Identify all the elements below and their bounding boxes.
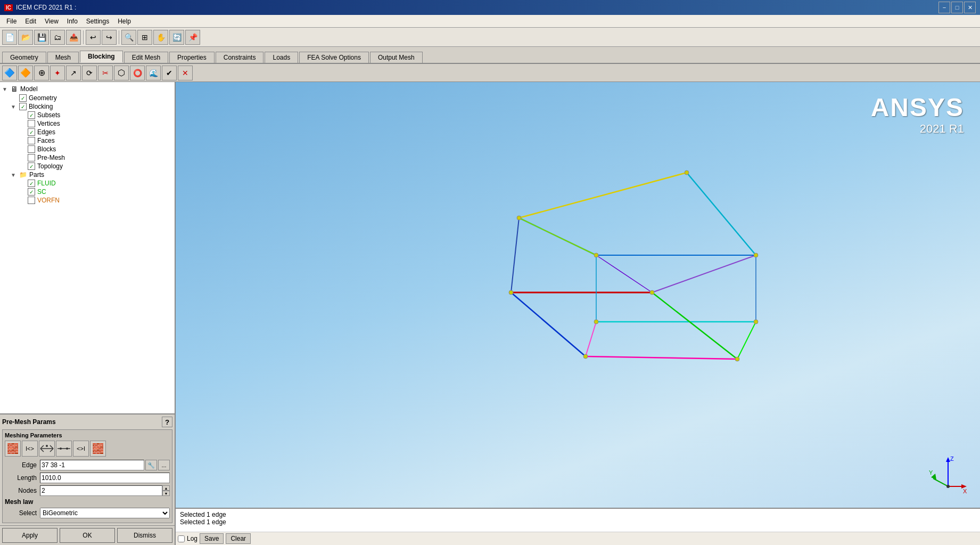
tree-item-edges: ✓ Edges	[2, 128, 172, 136]
tree-check-blocking[interactable]: ✓	[19, 103, 27, 110]
edge-more-btn[interactable]: ...	[158, 460, 170, 470]
param-icon-4[interactable]	[56, 441, 72, 457]
tab-mesh[interactable]: Mesh	[47, 52, 79, 63]
toolbar-new[interactable]: 📄	[2, 30, 17, 45]
svg-line-9	[519, 173, 687, 218]
close-button[interactable]: ✕	[964, 2, 976, 13]
log-controls: Log Save Clear	[176, 532, 980, 545]
mode-btn-12[interactable]: ✕	[178, 66, 193, 80]
toolbar-undo[interactable]: ↩	[86, 30, 101, 45]
nodes-label: Nodes	[5, 487, 37, 494]
tree-check-faces[interactable]: ✓	[28, 137, 35, 144]
tree-item-geometry: ✓ Geometry	[2, 94, 172, 102]
menu-settings[interactable]: Settings	[82, 17, 113, 26]
toolbar-rotate[interactable]: 🔄	[169, 30, 184, 45]
viewport[interactable]: ANSYS 2021 R1	[176, 82, 980, 545]
tree-check-edges[interactable]: ✓	[28, 128, 35, 136]
toolbar-open[interactable]: 📂	[18, 30, 33, 45]
tree-check-subsets[interactable]: ✓	[28, 111, 35, 119]
svg-point-8	[66, 448, 68, 450]
tab-loads[interactable]: Loads	[265, 52, 298, 63]
toolbar-fit[interactable]: ⊞	[137, 30, 152, 45]
toolbar-snap[interactable]: 📌	[185, 30, 200, 45]
tree-expand-blocking[interactable]: ▼	[11, 104, 17, 110]
mode-btn-4[interactable]: ✦	[50, 66, 65, 80]
edge-pick-btn[interactable]: 🔧	[145, 460, 157, 470]
clear-log-button[interactable]: Clear	[226, 533, 251, 544]
tab-fea[interactable]: FEA Solve Options	[299, 52, 369, 63]
maximize-button[interactable]: □	[951, 2, 963, 13]
mode-btn-5[interactable]: ↗	[66, 66, 81, 80]
mode-btn-7[interactable]: ✂	[98, 66, 113, 80]
param-icon-3[interactable]	[39, 441, 55, 457]
premesh-title-label: Pre-Mesh Params	[2, 418, 56, 426]
tree-expand-parts[interactable]: ▼	[11, 172, 17, 178]
mode-btn-1[interactable]: 🔷	[2, 66, 17, 80]
mode-btn-2[interactable]: 🔶	[18, 66, 33, 80]
nodes-up[interactable]: ▲	[162, 485, 170, 491]
save-log-button[interactable]: Save	[200, 533, 224, 544]
tree-check-fluid[interactable]: ✓	[28, 180, 35, 187]
tab-outputmesh[interactable]: Output Mesh	[370, 52, 423, 63]
toolbar-pan[interactable]: ✋	[153, 30, 168, 45]
tree-item-subsets: ✓ Subsets	[2, 111, 172, 119]
toolbar-export[interactable]: 📤	[66, 30, 81, 45]
param-icon-5[interactable]: <>I	[73, 441, 89, 457]
menu-file[interactable]: File	[2, 17, 21, 26]
dismiss-button[interactable]: Dismiss	[117, 528, 172, 543]
tree-label-vertices: Vertices	[37, 120, 60, 127]
toolbar-save[interactable]: 💾	[34, 30, 49, 45]
svg-point-7	[60, 448, 62, 450]
tree-check-geometry[interactable]: ✓	[19, 94, 27, 102]
tree-check-blocks[interactable]: ✓	[28, 145, 35, 153]
tree-label-faces: Faces	[37, 137, 55, 144]
tree-check-vertices[interactable]: ✓	[28, 120, 35, 127]
nodes-down[interactable]: ▼	[162, 491, 170, 496]
menu-help[interactable]: Help	[113, 17, 135, 26]
tree-expand-model[interactable]: ▼	[2, 86, 9, 92]
menu-view[interactable]: View	[40, 17, 63, 26]
log-label: Log	[187, 535, 197, 542]
log-checkbox[interactable]	[178, 535, 185, 542]
edge-input[interactable]	[40, 460, 144, 470]
tree-label-topology: Topology	[37, 162, 63, 170]
mode-btn-8[interactable]: ⬡	[114, 66, 129, 80]
tab-editmesh[interactable]: Edit Mesh	[124, 52, 168, 63]
toolbar-save2[interactable]: 🗂	[50, 30, 65, 45]
premesh-help-btn[interactable]: ?	[162, 417, 172, 427]
tab-properties[interactable]: Properties	[169, 52, 215, 63]
menu-info[interactable]: Info	[63, 17, 82, 26]
edge-label: Edge	[5, 461, 37, 469]
mode-btn-6[interactable]: ⟳	[82, 66, 97, 80]
length-input[interactable]	[40, 473, 170, 483]
svg-line-15	[511, 292, 586, 356]
tab-blocking[interactable]: Blocking	[80, 51, 123, 63]
bigeometric-select[interactable]: BiGeometric Geometric1 Geometric2 Unifor…	[40, 508, 170, 518]
svg-line-22	[652, 255, 756, 292]
ok-button[interactable]: OK	[60, 528, 115, 543]
tab-constraints[interactable]: Constraints	[216, 52, 264, 63]
tree-check-topology[interactable]: ✓	[28, 162, 35, 170]
svg-line-16	[511, 218, 519, 292]
toolbar-zoom[interactable]: 🔍	[121, 30, 136, 45]
tab-geometry[interactable]: Geometry	[2, 52, 46, 63]
tree-check-sc[interactable]: ✓	[28, 188, 35, 196]
mode-btn-9[interactable]: ⭕	[130, 66, 145, 80]
mode-btn-3[interactable]: ⊕	[34, 66, 49, 80]
svg-line-3	[50, 445, 53, 449]
tree-check-vorfn[interactable]: ✓	[28, 197, 35, 204]
apply-button[interactable]: Apply	[2, 528, 57, 543]
toolbar-redo[interactable]: ↪	[102, 30, 117, 45]
nodes-spinner: ▲ ▼	[162, 485, 170, 496]
nodes-input[interactable]	[40, 485, 162, 496]
svg-text:X: X	[963, 488, 967, 494]
param-icon-2[interactable]: I<>	[22, 441, 38, 457]
mode-btn-11[interactable]: ✔	[162, 66, 177, 80]
minimize-button[interactable]: −	[938, 2, 950, 13]
menu-edit[interactable]: Edit	[21, 17, 40, 26]
mode-btn-10[interactable]: 🌊	[146, 66, 161, 80]
tree-check-premesh[interactable]: ✓	[28, 154, 35, 161]
param-icon-1[interactable]: 🧱	[5, 441, 21, 457]
param-icon-6[interactable]: 🧱	[90, 441, 106, 457]
svg-point-5	[46, 445, 48, 447]
